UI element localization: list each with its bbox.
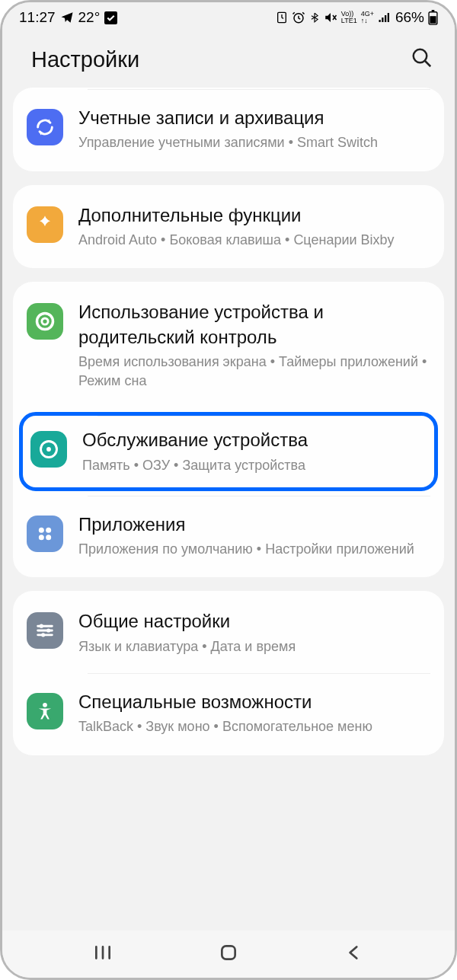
home-button[interactable] bbox=[219, 943, 238, 966]
settings-item-maintenance[interactable]: Обслуживание устройства Память • ОЗУ • З… bbox=[19, 412, 438, 491]
svg-point-10 bbox=[46, 447, 51, 452]
check-box-icon bbox=[104, 11, 117, 24]
bluetooth-icon bbox=[309, 11, 320, 24]
item-title: Общие настройки bbox=[78, 609, 430, 634]
svg-point-6 bbox=[414, 49, 427, 63]
alarm-icon bbox=[292, 11, 305, 24]
telegram-icon bbox=[60, 11, 74, 24]
settings-item-accounts[interactable]: Учетные записи и архивация Управление уч… bbox=[13, 89, 444, 170]
settings-group: Общие настройки Язык и клавиатура • Дата… bbox=[13, 591, 444, 755]
item-title: Использование устройства и родительский … bbox=[78, 300, 430, 350]
recents-button[interactable] bbox=[93, 943, 113, 966]
item-subtitle: Управление учетными записями • Smart Swi… bbox=[78, 133, 430, 152]
battery-percent: 66% bbox=[395, 9, 424, 26]
svg-point-16 bbox=[46, 629, 50, 633]
person-icon bbox=[27, 693, 63, 729]
svg-point-12 bbox=[46, 528, 51, 533]
svg-point-13 bbox=[39, 535, 44, 540]
gauge-icon bbox=[30, 431, 67, 468]
item-title: Обслуживание устройства bbox=[82, 428, 427, 452]
network-type-indicator: 4G+↑↓ bbox=[361, 11, 374, 24]
item-title: Специальные возможности bbox=[78, 690, 430, 714]
status-temp: 22° bbox=[78, 9, 101, 26]
settings-list: Учетные записи и архивация Управление уч… bbox=[2, 88, 455, 784]
battery-icon bbox=[428, 10, 438, 25]
item-subtitle: TalkBack • Звук моно • Вспомогательное м… bbox=[78, 717, 430, 736]
app-header: Настройки bbox=[2, 33, 455, 88]
settings-item-apps[interactable]: Приложения Приложения по умолчанию • Нас… bbox=[13, 496, 444, 576]
search-icon bbox=[411, 46, 433, 69]
settings-item-wellbeing[interactable]: Использование устройства и родительский … bbox=[13, 283, 444, 407]
sync-icon bbox=[27, 109, 63, 145]
svg-point-8 bbox=[42, 318, 48, 324]
recents-icon bbox=[93, 943, 113, 962]
item-subtitle: Время использования экрана • Таймеры при… bbox=[78, 353, 430, 391]
home-icon bbox=[219, 943, 238, 962]
item-subtitle: Android Auto • Боковая клавиша • Сценари… bbox=[78, 231, 430, 250]
target-icon bbox=[27, 303, 63, 340]
settings-item-advanced[interactable]: Дополнительные функции Android Auto • Бо… bbox=[13, 187, 444, 267]
svg-point-17 bbox=[41, 634, 45, 637]
settings-item-accessibility[interactable]: Специальные возможности TalkBack • Звук … bbox=[13, 673, 444, 754]
svg-point-18 bbox=[43, 703, 47, 707]
item-title: Дополнительные функции bbox=[78, 203, 430, 228]
settings-group: Учетные записи и архивация Управление уч… bbox=[13, 88, 444, 171]
nav-bar bbox=[2, 931, 455, 978]
back-button[interactable] bbox=[344, 943, 364, 966]
sliders-icon bbox=[27, 612, 63, 649]
volte-indicator: Vo))LTE1 bbox=[341, 11, 357, 24]
page-title: Настройки bbox=[31, 47, 139, 72]
svg-point-11 bbox=[39, 528, 44, 533]
status-time: 11:27 bbox=[19, 9, 56, 26]
battery-saver-icon bbox=[276, 11, 288, 24]
settings-group: Использование устройства и родительский … bbox=[13, 282, 444, 577]
plus-icon bbox=[27, 206, 63, 243]
svg-point-7 bbox=[37, 314, 53, 330]
svg-rect-19 bbox=[222, 946, 235, 959]
item-subtitle: Приложения по умолчанию • Настройки прил… bbox=[78, 540, 430, 559]
grid-icon bbox=[27, 516, 63, 552]
signal-icon bbox=[378, 11, 391, 24]
item-title: Приложения bbox=[78, 512, 430, 537]
back-icon bbox=[344, 943, 364, 962]
item-subtitle: Память • ОЗУ • Защита устройства bbox=[82, 456, 427, 475]
item-subtitle: Язык и клавиатура • Дата и время bbox=[78, 637, 430, 656]
svg-point-14 bbox=[46, 535, 51, 540]
mute-icon bbox=[324, 11, 337, 24]
svg-rect-5 bbox=[430, 16, 436, 24]
svg-point-15 bbox=[40, 624, 43, 628]
item-title: Учетные записи и архивация bbox=[78, 106, 430, 130]
search-button[interactable] bbox=[411, 46, 433, 72]
settings-group: Дополнительные функции Android Auto • Бо… bbox=[13, 185, 444, 269]
status-bar: 11:27 22° Vo))LTE1 bbox=[2, 2, 455, 33]
phone-frame: 11:27 22° Vo))LTE1 bbox=[0, 0, 457, 980]
svg-rect-4 bbox=[432, 10, 435, 12]
settings-item-general[interactable]: Общие настройки Язык и клавиатура • Дата… bbox=[13, 592, 444, 673]
